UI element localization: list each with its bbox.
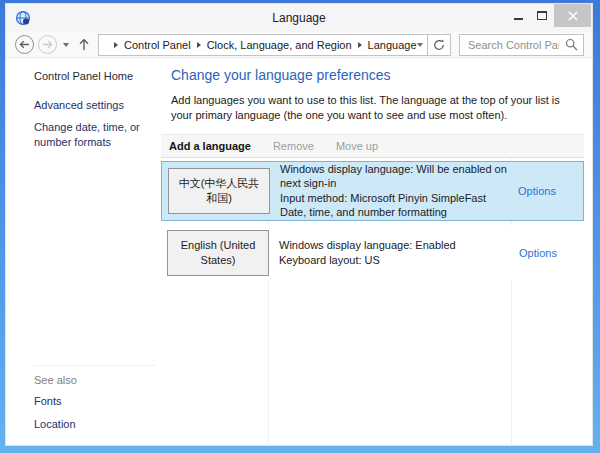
main-header: Change your language preferences Add lan… — [161, 58, 592, 123]
maximize-icon — [537, 11, 547, 20]
forward-arrow-icon — [42, 40, 53, 49]
close-icon — [568, 11, 578, 21]
main-content: Change your language preferences Add lan… — [161, 58, 592, 445]
detail-keyboard-layout: Keyboard layout: US — [279, 253, 510, 267]
window-title: Language — [6, 11, 592, 25]
breadcrumb-separator-icon — [358, 42, 362, 48]
breadcrumb[interactable]: Control Panel Clock, Language, and Regio… — [98, 34, 428, 56]
language-row-english[interactable]: English (United States) Windows display … — [161, 225, 584, 281]
see-also-label: See also — [34, 374, 155, 386]
move-up-button[interactable]: Move up — [336, 140, 378, 152]
back-button[interactable] — [15, 35, 34, 54]
language-control-panel-window: Language — [5, 3, 593, 446]
forward-button[interactable] — [38, 35, 57, 54]
remove-language-button[interactable]: Remove — [273, 140, 314, 152]
refresh-button[interactable] — [427, 34, 451, 56]
up-one-level-button[interactable] — [78, 38, 90, 51]
address-dropdown-icon[interactable] — [417, 43, 423, 47]
maximize-button[interactable] — [530, 4, 554, 27]
sidebar-item-control-panel-home[interactable]: Control Panel Home — [34, 70, 155, 82]
language-name-chinese[interactable]: 中文(中华人民共和国) — [168, 168, 270, 214]
detail-display-language: Windows display language: Enabled — [279, 238, 510, 252]
breadcrumb-item-clock-language-region[interactable]: Clock, Language, and Region — [207, 39, 352, 51]
breadcrumb-item-control-panel[interactable]: Control Panel — [124, 39, 191, 51]
page-title: Change your language preferences — [171, 67, 574, 83]
language-details: Windows display language: Enabled Keyboa… — [279, 238, 510, 267]
recent-pages-dropdown[interactable] — [63, 43, 69, 47]
sidebar: Control Panel Home Advanced settings Cha… — [6, 58, 161, 445]
options-link-chinese[interactable]: Options — [509, 185, 583, 197]
breadcrumb-item-language[interactable]: Language — [368, 39, 417, 51]
back-arrow-icon — [19, 40, 30, 49]
language-row-chinese[interactable]: 中文(中华人民共和国) Windows display language: Wi… — [161, 161, 584, 221]
minimize-icon — [514, 18, 523, 20]
language-name-english[interactable]: English (United States) — [167, 230, 269, 276]
search-icon — [565, 38, 578, 51]
see-also-section: See also Fonts Location — [34, 365, 155, 431]
options-link-english[interactable]: Options — [510, 247, 584, 259]
minimize-button[interactable] — [506, 4, 530, 27]
breadcrumb-separator-icon — [197, 42, 201, 48]
detail-display-language: Windows display language: Will be enable… — [280, 162, 509, 191]
window-body: Control Panel Home Advanced settings Cha… — [6, 58, 592, 445]
page-description: Add languages you want to use to this li… — [171, 93, 574, 123]
navigation-bar: Control Panel Clock, Language, and Regio… — [6, 32, 592, 58]
language-list-toolbar: Add a language Remove Move up — [161, 134, 584, 158]
sidebar-item-change-date-time-formats[interactable]: Change date, time, or number formats — [34, 120, 155, 149]
detail-input-method: Input method: Microsoft Pinyin SimpleFas… — [280, 191, 509, 205]
detail-date-time-formatting: Date, time, and number formatting — [280, 205, 509, 219]
sidebar-item-fonts[interactable]: Fonts — [34, 394, 155, 408]
sidebar-item-location[interactable]: Location — [34, 417, 155, 431]
up-arrow-icon — [78, 38, 90, 51]
add-language-button[interactable]: Add a language — [169, 140, 251, 152]
search-box — [459, 34, 584, 56]
title-bar[interactable]: Language — [6, 4, 592, 32]
window-frame: Language — [0, 0, 600, 453]
breadcrumb-separator-icon — [114, 42, 118, 48]
window-controls — [506, 4, 592, 32]
language-list: 中文(中华人民共和国) Windows display language: Wi… — [161, 158, 584, 445]
sidebar-item-advanced-settings[interactable]: Advanced settings — [34, 98, 155, 112]
close-button[interactable] — [554, 4, 591, 27]
language-details: Windows display language: Will be enable… — [280, 162, 509, 219]
refresh-icon — [433, 39, 445, 51]
